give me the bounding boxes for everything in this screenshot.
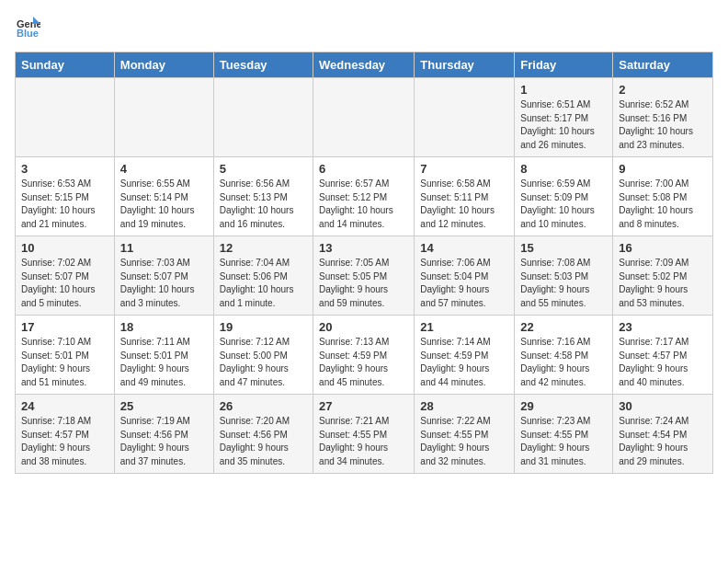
calendar-cell: 29Sunrise: 7:23 AM Sunset: 4:55 PM Dayli… — [515, 395, 613, 474]
day-number: 10 — [21, 241, 108, 255]
day-detail: Sunrise: 7:08 AM Sunset: 5:03 PM Dayligh… — [520, 257, 607, 310]
day-number: 8 — [520, 162, 607, 176]
day-detail: Sunrise: 7:02 AM Sunset: 5:07 PM Dayligh… — [21, 257, 108, 310]
day-number: 12 — [220, 241, 307, 255]
day-detail: Sunrise: 7:00 AM Sunset: 5:08 PM Dayligh… — [619, 178, 707, 231]
calendar-cell: 13Sunrise: 7:05 AM Sunset: 5:05 PM Dayli… — [313, 236, 415, 316]
calendar-cell — [16, 78, 115, 157]
day-number: 30 — [619, 399, 707, 413]
calendar-cell: 25Sunrise: 7:19 AM Sunset: 4:56 PM Dayli… — [114, 395, 213, 474]
day-detail: Sunrise: 7:05 AM Sunset: 5:05 PM Dayligh… — [319, 257, 408, 310]
calendar-cell — [213, 78, 313, 157]
day-detail: Sunrise: 6:51 AM Sunset: 5:17 PM Dayligh… — [520, 98, 607, 152]
day-detail: Sunrise: 7:12 AM Sunset: 5:00 PM Dayligh… — [220, 336, 307, 389]
day-detail: Sunrise: 6:53 AM Sunset: 5:15 PM Dayligh… — [21, 178, 108, 231]
day-number: 27 — [319, 399, 408, 413]
header-cell: Thursday — [415, 52, 515, 78]
day-detail: Sunrise: 7:11 AM Sunset: 5:01 PM Dayligh… — [120, 336, 208, 389]
header-cell: Saturday — [613, 52, 713, 78]
day-detail: Sunrise: 7:16 AM Sunset: 4:58 PM Dayligh… — [520, 336, 607, 389]
calendar-cell: 5Sunrise: 6:56 AM Sunset: 5:13 PM Daylig… — [213, 157, 313, 236]
calendar-cell: 12Sunrise: 7:04 AM Sunset: 5:06 PM Dayli… — [213, 236, 313, 316]
day-detail: Sunrise: 7:14 AM Sunset: 4:59 PM Dayligh… — [420, 336, 508, 389]
day-detail: Sunrise: 7:09 AM Sunset: 5:02 PM Dayligh… — [619, 257, 707, 310]
calendar-body: 1Sunrise: 6:51 AM Sunset: 5:17 PM Daylig… — [16, 78, 713, 474]
day-number: 5 — [220, 162, 307, 176]
day-detail: Sunrise: 7:17 AM Sunset: 4:57 PM Dayligh… — [619, 336, 707, 389]
day-detail: Sunrise: 6:52 AM Sunset: 5:16 PM Dayligh… — [619, 98, 707, 152]
calendar-cell: 24Sunrise: 7:18 AM Sunset: 4:57 PM Dayli… — [16, 395, 115, 474]
day-number: 14 — [420, 241, 508, 255]
calendar-cell: 16Sunrise: 7:09 AM Sunset: 5:02 PM Dayli… — [613, 236, 713, 316]
day-detail: Sunrise: 7:10 AM Sunset: 5:01 PM Dayligh… — [21, 336, 108, 389]
calendar-cell: 4Sunrise: 6:55 AM Sunset: 5:14 PM Daylig… — [114, 157, 213, 236]
day-number: 17 — [21, 320, 108, 334]
calendar-cell: 27Sunrise: 7:21 AM Sunset: 4:55 PM Dayli… — [313, 395, 415, 474]
calendar-cell: 18Sunrise: 7:11 AM Sunset: 5:01 PM Dayli… — [114, 316, 213, 395]
day-number: 1 — [520, 83, 607, 97]
logo-icon: General Blue — [15, 15, 40, 40]
calendar-cell: 23Sunrise: 7:17 AM Sunset: 4:57 PM Dayli… — [613, 316, 713, 395]
day-number: 16 — [619, 241, 707, 255]
day-detail: Sunrise: 6:59 AM Sunset: 5:09 PM Dayligh… — [520, 178, 607, 231]
day-detail: Sunrise: 7:24 AM Sunset: 4:54 PM Dayligh… — [619, 415, 707, 468]
header-cell: Monday — [114, 52, 213, 78]
calendar-cell: 14Sunrise: 7:06 AM Sunset: 5:04 PM Dayli… — [415, 236, 515, 316]
day-number: 6 — [319, 162, 408, 176]
calendar-cell: 17Sunrise: 7:10 AM Sunset: 5:01 PM Dayli… — [16, 316, 115, 395]
calendar-cell: 15Sunrise: 7:08 AM Sunset: 5:03 PM Dayli… — [515, 236, 613, 316]
calendar-cell: 21Sunrise: 7:14 AM Sunset: 4:59 PM Dayli… — [415, 316, 515, 395]
day-number: 3 — [21, 162, 108, 176]
day-number: 4 — [120, 162, 208, 176]
day-number: 18 — [120, 320, 208, 334]
day-number: 22 — [520, 320, 607, 334]
day-detail: Sunrise: 7:19 AM Sunset: 4:56 PM Dayligh… — [120, 415, 208, 468]
calendar-cell: 9Sunrise: 7:00 AM Sunset: 5:08 PM Daylig… — [613, 157, 713, 236]
day-detail: Sunrise: 7:06 AM Sunset: 5:04 PM Dayligh… — [420, 257, 508, 310]
day-detail: Sunrise: 7:18 AM Sunset: 4:57 PM Dayligh… — [21, 415, 108, 468]
calendar-cell: 3Sunrise: 6:53 AM Sunset: 5:15 PM Daylig… — [16, 157, 115, 236]
day-detail: Sunrise: 6:56 AM Sunset: 5:13 PM Dayligh… — [220, 178, 307, 231]
calendar-week-row: 1Sunrise: 6:51 AM Sunset: 5:17 PM Daylig… — [16, 78, 713, 157]
calendar-cell: 22Sunrise: 7:16 AM Sunset: 4:58 PM Dayli… — [515, 316, 613, 395]
calendar-cell: 7Sunrise: 6:58 AM Sunset: 5:11 PM Daylig… — [415, 157, 515, 236]
calendar-cell: 19Sunrise: 7:12 AM Sunset: 5:00 PM Dayli… — [213, 316, 313, 395]
day-number: 24 — [21, 399, 108, 413]
day-number: 20 — [319, 320, 408, 334]
calendar-cell: 1Sunrise: 6:51 AM Sunset: 5:17 PM Daylig… — [515, 78, 613, 157]
day-number: 25 — [120, 399, 208, 413]
day-detail: Sunrise: 7:03 AM Sunset: 5:07 PM Dayligh… — [120, 257, 208, 310]
day-detail: Sunrise: 6:58 AM Sunset: 5:11 PM Dayligh… — [420, 178, 508, 231]
calendar-cell: 30Sunrise: 7:24 AM Sunset: 4:54 PM Dayli… — [613, 395, 713, 474]
day-detail: Sunrise: 7:23 AM Sunset: 4:55 PM Dayligh… — [520, 415, 607, 468]
calendar-header: SundayMondayTuesdayWednesdayThursdayFrid… — [16, 52, 713, 78]
day-number: 2 — [619, 83, 707, 97]
calendar-cell: 11Sunrise: 7:03 AM Sunset: 5:07 PM Dayli… — [114, 236, 213, 316]
calendar-cell — [114, 78, 213, 157]
day-number: 26 — [220, 399, 307, 413]
header-cell: Wednesday — [313, 52, 415, 78]
logo: General Blue — [15, 15, 44, 40]
day-number: 9 — [619, 162, 707, 176]
header-cell: Friday — [515, 52, 613, 78]
calendar-week-row: 3Sunrise: 6:53 AM Sunset: 5:15 PM Daylig… — [16, 157, 713, 236]
calendar-cell — [313, 78, 415, 157]
calendar-table: SundayMondayTuesdayWednesdayThursdayFrid… — [15, 52, 713, 474]
header-cell: Sunday — [16, 52, 115, 78]
day-number: 11 — [120, 241, 208, 255]
header-cell: Tuesday — [213, 52, 313, 78]
page-header: General Blue — [15, 15, 713, 40]
day-number: 7 — [420, 162, 508, 176]
calendar-cell: 26Sunrise: 7:20 AM Sunset: 4:56 PM Dayli… — [213, 395, 313, 474]
header-row: SundayMondayTuesdayWednesdayThursdayFrid… — [16, 52, 713, 78]
day-number: 13 — [319, 241, 408, 255]
calendar-cell: 10Sunrise: 7:02 AM Sunset: 5:07 PM Dayli… — [16, 236, 115, 316]
calendar-cell — [415, 78, 515, 157]
calendar-cell: 8Sunrise: 6:59 AM Sunset: 5:09 PM Daylig… — [515, 157, 613, 236]
day-number: 21 — [420, 320, 508, 334]
calendar-week-row: 17Sunrise: 7:10 AM Sunset: 5:01 PM Dayli… — [16, 316, 713, 395]
day-detail: Sunrise: 7:04 AM Sunset: 5:06 PM Dayligh… — [220, 257, 307, 310]
day-detail: Sunrise: 6:55 AM Sunset: 5:14 PM Dayligh… — [120, 178, 208, 231]
day-number: 28 — [420, 399, 508, 413]
svg-text:Blue: Blue — [17, 28, 39, 39]
